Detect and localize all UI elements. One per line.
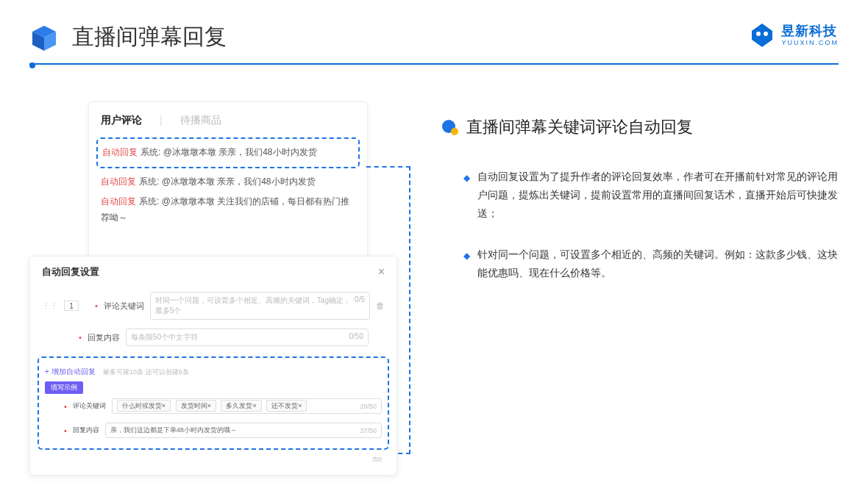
auto-reply-tag: 自动回复 <box>101 196 136 207</box>
brand-logo: 昱新科技 YUUXIN.COM <box>749 22 839 49</box>
required-marker: • <box>95 301 98 310</box>
section-heading: 直播间弹幕关键词评论自动回复 <box>441 116 839 138</box>
index-input[interactable]: 1 <box>64 301 79 311</box>
trash-icon[interactable]: 🗑 <box>376 301 385 311</box>
auto-reply-tag: 自动回复 <box>102 147 138 157</box>
close-icon[interactable]: × <box>378 265 385 279</box>
content-input[interactable]: 每条限50个中文字符 0/50 <box>126 329 369 346</box>
diamond-icon: ◆ <box>463 171 470 226</box>
brand-sub: YUUXIN.COM <box>781 39 839 46</box>
drag-handle-icon[interactable]: ⋮⋮ <box>42 301 58 311</box>
example-section: + 增加自动回复 最多可建10条 还可以创建9条 填写示例 • 评论关键词 什么… <box>38 356 389 450</box>
section-title: 直播间弹幕关键词评论自动回复 <box>466 116 693 138</box>
header-divider <box>29 63 839 65</box>
required-marker: • <box>79 333 82 342</box>
keyword-label: 评论关键词 <box>104 301 144 312</box>
reply-row: 自动回复系统: @冰墩墩本墩 关注我们的店铺，每日都有热门推荐呦～ <box>101 194 355 226</box>
ex-content-label: 回复内容 <box>73 426 99 435</box>
add-auto-reply-link[interactable]: + 增加自动回复 <box>45 367 96 376</box>
svg-point-4 <box>764 32 768 36</box>
comments-card: 用户评论 | 待播商品 自动回复系统: @冰墩墩本墩 亲亲，我们48小时内发货 … <box>88 101 368 275</box>
page-header: 直播间弹幕回复 <box>0 0 868 63</box>
reply-text: 系统: @冰墩墩本墩 亲亲，我们48小时内发货 <box>140 147 317 157</box>
cube-icon <box>29 23 59 52</box>
bullet-item: ◆ 针对同一个问题，可设置多个相近的、高频的关键词。例如：这款多少钱、这块能优惠… <box>441 245 839 282</box>
keyword-input[interactable]: 对同一个问题，可设置多个相近、高频的关键词，Tag确定，最多5个 0/5 <box>150 292 370 320</box>
auto-reply-tag: 自动回复 <box>101 176 136 187</box>
brand-name: 昱新科技 <box>781 24 839 39</box>
tab-pending-goods[interactable]: 待播商品 <box>180 114 221 127</box>
page-title: 直播间弹幕回复 <box>72 22 227 52</box>
diamond-icon: ◆ <box>463 248 470 285</box>
svg-point-3 <box>756 32 761 36</box>
tag-chip[interactable]: 什么时候发货× <box>117 400 171 412</box>
example-badge: 填写示例 <box>45 381 83 394</box>
tag-chip[interactable]: 还不发货× <box>266 400 307 412</box>
ex-keyword-label: 评论关键词 <box>73 401 106 411</box>
add-hint: 最多可建10条 还可以创建9条 <box>103 368 189 376</box>
trailing-count: /50 <box>30 456 396 467</box>
bubble-icon <box>441 118 459 136</box>
ex-content-input[interactable]: 亲，我们这边都是下单48小时内发货的哦～ 37/50 <box>105 423 382 438</box>
reply-text: 系统: @冰墩墩本墩 亲亲，我们48小时内发货 <box>139 176 316 187</box>
tab-user-comments[interactable]: 用户评论 <box>101 114 142 127</box>
highlighted-reply: 自动回复系统: @冰墩墩本墩 亲亲，我们48小时内发货 <box>96 137 360 168</box>
tag-chip[interactable]: 发货时间× <box>176 400 216 412</box>
tab-separator: | <box>160 114 163 127</box>
auto-reply-settings-card: 自动回复设置 × ⋮⋮ 1 • 评论关键词 对同一个问题，可设置多个相近、高频的… <box>29 256 397 476</box>
tag-chip[interactable]: 多久发货× <box>221 400 261 412</box>
reply-text: 系统: @冰墩墩本墩 关注我们的店铺，每日都有热门推荐呦～ <box>101 196 349 223</box>
ex-keyword-input[interactable]: 什么时候发货× 发货时间× 多久发货× 还不发货× 20/50 <box>112 398 382 414</box>
settings-title: 自动回复设置 <box>42 265 99 279</box>
svg-point-6 <box>451 128 458 135</box>
tabs: 用户评论 | 待播商品 <box>101 114 355 127</box>
reply-row: 自动回复系统: @冰墩墩本墩 亲亲，我们48小时内发货 <box>101 174 355 190</box>
brand-icon <box>749 22 775 49</box>
content-label: 回复内容 <box>88 332 120 343</box>
bullet-item: ◆ 自动回复设置为了提升作者的评论回复效率，作者可在开播前针对常见的评论用户问题… <box>441 168 839 223</box>
